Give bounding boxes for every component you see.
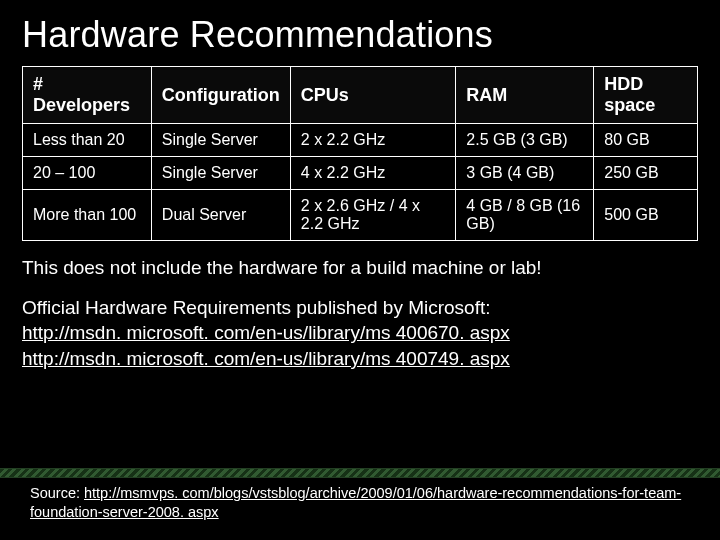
official-link-2[interactable]: http://msdn. microsoft. com/en-us/librar… — [22, 348, 510, 369]
cell: Dual Server — [151, 190, 290, 241]
official-link-1[interactable]: http://msdn. microsoft. com/en-us/librar… — [22, 322, 510, 343]
cell: 2 x 2.2 GHz — [290, 124, 456, 157]
hardware-table: # Developers Configuration CPUs RAM HDD … — [22, 66, 698, 241]
source-footer: Source: http://msmvps. com/blogs/vstsblo… — [30, 484, 690, 522]
cell: 4 x 2.2 GHz — [290, 157, 456, 190]
cell: 500 GB — [594, 190, 698, 241]
col-cpus: CPUs — [290, 67, 456, 124]
decorative-stripe — [0, 468, 720, 478]
cell: Single Server — [151, 157, 290, 190]
source-link[interactable]: http://msmvps. com/blogs/vstsblog/archiv… — [30, 485, 681, 520]
col-hdd: HDD space — [594, 67, 698, 124]
table-row: More than 100 Dual Server 2 x 2.6 GHz / … — [23, 190, 698, 241]
table-row: Less than 20 Single Server 2 x 2.2 GHz 2… — [23, 124, 698, 157]
cell: 2.5 GB (3 GB) — [456, 124, 594, 157]
official-block: Official Hardware Requirements published… — [22, 295, 698, 372]
cell: 80 GB — [594, 124, 698, 157]
cell: 250 GB — [594, 157, 698, 190]
slide-title: Hardware Recommendations — [22, 14, 698, 56]
col-ram: RAM — [456, 67, 594, 124]
official-label: Official Hardware Requirements published… — [22, 297, 491, 318]
source-label: Source: — [30, 485, 84, 501]
col-configuration: Configuration — [151, 67, 290, 124]
table-header-row: # Developers Configuration CPUs RAM HDD … — [23, 67, 698, 124]
col-developers: # Developers — [23, 67, 152, 124]
cell: 2 x 2.6 GHz / 4 x 2.2 GHz — [290, 190, 456, 241]
cell: More than 100 — [23, 190, 152, 241]
body-text: This does not include the hardware for a… — [22, 255, 698, 372]
cell: Single Server — [151, 124, 290, 157]
cell: 3 GB (4 GB) — [456, 157, 594, 190]
cell: 20 – 100 — [23, 157, 152, 190]
slide: Hardware Recommendations # Developers Co… — [0, 0, 720, 540]
cell: 4 GB / 8 GB (16 GB) — [456, 190, 594, 241]
note-text: This does not include the hardware for a… — [22, 255, 698, 281]
table-row: 20 – 100 Single Server 4 x 2.2 GHz 3 GB … — [23, 157, 698, 190]
cell: Less than 20 — [23, 124, 152, 157]
